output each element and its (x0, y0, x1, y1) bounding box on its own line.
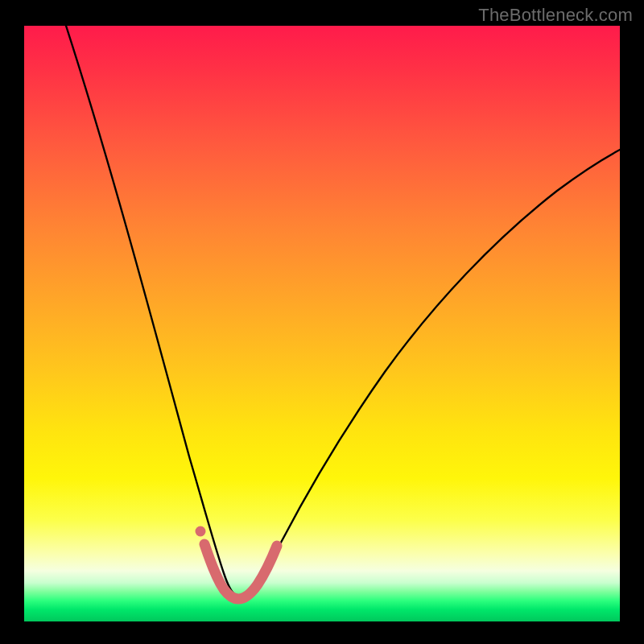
watermark-label: TheBottleneck.com (478, 5, 633, 26)
highlight-dot (196, 526, 206, 537)
bottleneck-curve (66, 26, 620, 597)
highlight-segment (204, 544, 277, 599)
chart-frame: TheBottleneck.com (0, 0, 644, 644)
plot-area (24, 26, 620, 621)
curve-svg (24, 26, 620, 621)
